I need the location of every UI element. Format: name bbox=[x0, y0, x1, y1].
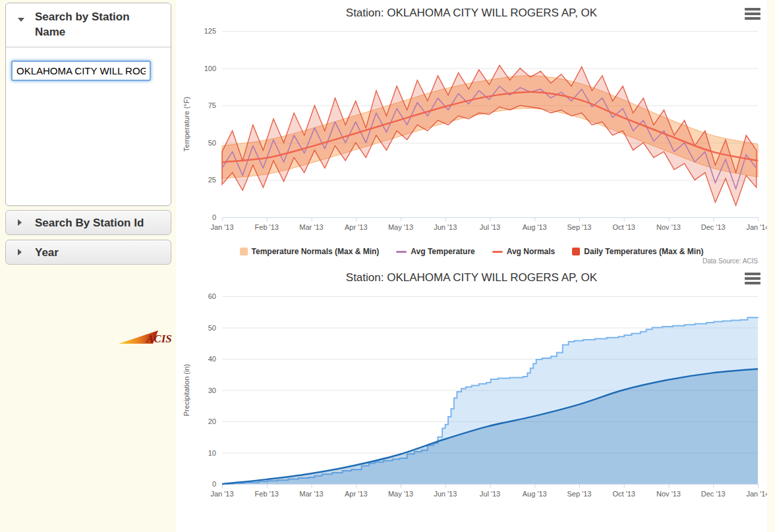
x-tick-label: Aug '13 bbox=[523, 490, 547, 498]
x-tick-label: Dec '13 bbox=[701, 223, 726, 231]
temperature-chart-legend: Temperature Normals (Max & Min)Avg Tempe… bbox=[176, 247, 767, 256]
accordion-title-station-name: Search by Station Name bbox=[35, 11, 130, 38]
x-tick-label: Jan '13 bbox=[210, 490, 233, 498]
station-name-panel-content bbox=[6, 47, 171, 205]
sidebar: Search by Station Name Search By Station… bbox=[0, 0, 176, 532]
x-tick-label: Sep '13 bbox=[567, 223, 592, 231]
series-square bbox=[222, 65, 757, 205]
acis-logo: ACIS bbox=[119, 329, 176, 347]
legend-marker-icon bbox=[396, 251, 407, 253]
precipitation-chart: 0102030405060Jan '13Feb '13Mar '13Apr '1… bbox=[176, 265, 767, 532]
legend-item[interactable]: Temperature Normals (Max & Min) bbox=[240, 247, 380, 256]
y-tick-label: 75 bbox=[208, 101, 216, 109]
y-axis-title: Temperature (°F) bbox=[183, 97, 190, 151]
x-tick-label: Apr '13 bbox=[345, 223, 368, 231]
x-tick-label: May '13 bbox=[388, 490, 413, 498]
x-tick-label: Jan '13 bbox=[210, 223, 233, 231]
legend-marker-icon bbox=[492, 251, 503, 253]
legend-item[interactable]: Daily Temperatures (Max & Min) bbox=[572, 247, 703, 256]
x-tick-label: Oct '13 bbox=[612, 223, 635, 231]
y-tick-label: 0 bbox=[212, 480, 216, 488]
legend-label: Avg Normals bbox=[507, 247, 556, 256]
temperature-plot: 0255075100125Jan '13Feb '13Mar '13Apr '1… bbox=[176, 0, 767, 265]
accordion-header-station-name[interactable]: Search by Station Name bbox=[6, 3, 171, 47]
y-tick-label: 60 bbox=[208, 292, 216, 300]
chevron-right-icon bbox=[18, 219, 22, 226]
accordion-title-station-id: Search By Station Id bbox=[35, 217, 144, 229]
accordion-header-year[interactable]: Year bbox=[5, 240, 171, 265]
x-tick-label: Jan '14 bbox=[746, 490, 767, 498]
accordion-header-station-id[interactable]: Search By Station Id bbox=[5, 210, 171, 235]
y-tick-label: 50 bbox=[208, 139, 216, 147]
legend-marker-icon bbox=[572, 248, 580, 255]
x-tick-label: Mar '13 bbox=[299, 223, 323, 231]
y-tick-label: 125 bbox=[204, 27, 216, 35]
x-tick-label: Jan '14 bbox=[746, 223, 767, 231]
x-tick-label: Jun '13 bbox=[434, 490, 457, 498]
y-tick-label: 50 bbox=[208, 324, 216, 332]
x-tick-label: Mar '13 bbox=[299, 490, 323, 498]
y-tick-label: 20 bbox=[208, 417, 216, 425]
legend-item[interactable]: Avg Normals bbox=[492, 247, 556, 256]
precipitation-chart-title: Station: OKLAHOMA CITY WILL ROGERS AP, O… bbox=[176, 271, 767, 284]
chevron-right-icon bbox=[18, 249, 22, 255]
precipitation-plot: 0102030405060Jan '13Feb '13Mar '13Apr '1… bbox=[176, 265, 767, 532]
y-tick-label: 25 bbox=[208, 176, 216, 184]
x-tick-label: Nov '13 bbox=[656, 490, 681, 498]
x-tick-label: Jul '13 bbox=[480, 223, 500, 231]
x-tick-label: Dec '13 bbox=[701, 490, 726, 498]
charts-area: 0255075100125Jan '13Feb '13Mar '13Apr '1… bbox=[176, 0, 767, 532]
x-tick-label: Jul '13 bbox=[480, 490, 500, 498]
chart-menu-icon[interactable] bbox=[745, 273, 761, 286]
y-tick-label: 100 bbox=[204, 65, 216, 72]
y-tick-label: 0 bbox=[212, 213, 216, 221]
acis-logo-text: ACIS bbox=[146, 332, 172, 345]
legend-item[interactable]: Avg Temperature bbox=[396, 247, 474, 256]
x-tick-label: Sep '13 bbox=[567, 490, 592, 498]
chart-menu-icon[interactable] bbox=[745, 8, 761, 22]
x-tick-label: Nov '13 bbox=[656, 223, 681, 231]
station-name-panel: Search by Station Name bbox=[5, 3, 171, 206]
x-tick-label: Jun '13 bbox=[434, 223, 457, 231]
temperature-chart: 0255075100125Jan '13Feb '13Mar '13Apr '1… bbox=[176, 0, 767, 265]
station-name-input[interactable] bbox=[11, 61, 151, 81]
y-tick-label: 30 bbox=[208, 386, 216, 394]
x-tick-label: Apr '13 bbox=[345, 490, 368, 498]
legend-label: Temperature Normals (Max & Min) bbox=[252, 247, 380, 256]
y-tick-label: 40 bbox=[208, 355, 216, 363]
x-tick-label: Feb '13 bbox=[255, 490, 279, 498]
legend-label: Daily Temperatures (Max & Min) bbox=[584, 247, 703, 256]
y-tick-label: 10 bbox=[208, 449, 216, 457]
y-axis-title: Precipitation (in) bbox=[183, 364, 190, 416]
x-tick-label: Aug '13 bbox=[523, 223, 547, 231]
legend-marker-icon bbox=[240, 248, 248, 255]
x-tick-label: May '13 bbox=[388, 223, 413, 231]
data-source-label: Data Source: ACIS bbox=[703, 257, 758, 265]
accordion-title-year: Year bbox=[35, 246, 59, 259]
x-tick-label: Oct '13 bbox=[612, 490, 635, 498]
temperature-chart-title: Station: OKLAHOMA CITY WILL ROGERS AP, O… bbox=[176, 7, 767, 20]
chevron-down-icon bbox=[18, 18, 24, 22]
legend-label: Avg Temperature bbox=[411, 247, 474, 256]
x-tick-label: Feb '13 bbox=[255, 223, 279, 231]
